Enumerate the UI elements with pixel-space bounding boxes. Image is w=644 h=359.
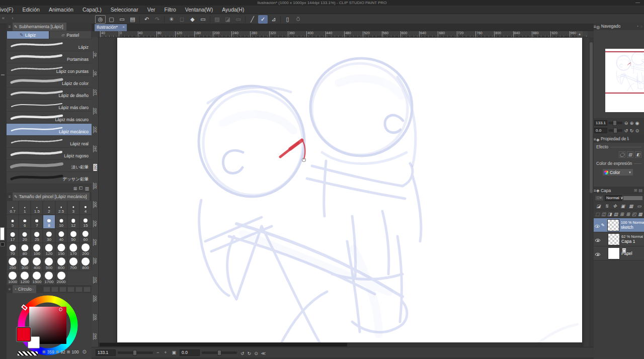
brush-item-lápiz-de-color[interactable]: Lápiz de color [7, 75, 92, 87]
transparent-color-swatch[interactable] [18, 351, 38, 355]
nav-zoom-thumb[interactable] [613, 120, 617, 126]
brush-size-100[interactable]: 100 [31, 243, 43, 257]
zoom-slider[interactable] [118, 351, 153, 354]
status-rotate-icon[interactable]: ≪ [260, 351, 267, 356]
brush-size-1.5[interactable]: 1.5 [31, 201, 43, 215]
rotation-value[interactable]: 0.0 [180, 349, 200, 356]
vscroll-thumb[interactable] [590, 42, 593, 193]
navigator-preview[interactable] [594, 30, 644, 118]
status-rotate-icon[interactable]: ↻ [246, 351, 253, 356]
color-tab-icon[interactable] [43, 287, 50, 292]
hscroll-thumb[interactable] [100, 343, 347, 346]
brush-size-70[interactable]: 70 [7, 243, 19, 257]
status-rotate-icon[interactable]: ↺ [239, 351, 246, 356]
color-tab-icon[interactable] [84, 287, 91, 292]
panel-menu-icon[interactable]: ≡ [7, 287, 13, 292]
layer-row-capa-1[interactable]: 62 % NormalCapa 1 [594, 232, 644, 246]
brush-size-1200[interactable]: 1200 [19, 271, 31, 285]
color-tab-icon[interactable] [67, 287, 74, 292]
layer-tool-icon[interactable]: ⊞ [619, 212, 625, 217]
brush-size-15[interactable]: 15 [79, 215, 92, 229]
menu-item-ventanaw[interactable]: Ventana(W) [181, 7, 217, 13]
brush-size-300[interactable]: 300 [19, 257, 31, 271]
status-rotate-icon[interactable]: ⊙ [253, 351, 260, 356]
brush-item-lápiz-con-puntas[interactable]: Lápiz con puntas [7, 63, 92, 75]
eye-cell[interactable] [594, 221, 601, 230]
zoom-out-button[interactable]: − [155, 350, 160, 355]
csp-logo-icon[interactable]: ◎ [95, 15, 106, 24]
undo-icon[interactable]: ↶ [142, 15, 151, 24]
duplicate-brush-icon[interactable]: ⧠ [79, 186, 83, 191]
menu-item-animacin[interactable]: Animación [44, 7, 78, 13]
menu-item-archivof[interactable]: Archivo(F) [0, 7, 18, 13]
rotate-right-icon[interactable]: ↻ [629, 128, 634, 133]
brush-size-7[interactable]: 7 [31, 215, 43, 229]
brush-size-17[interactable]: 17 [7, 229, 19, 243]
zoom-in-icon[interactable]: ⊕ [629, 121, 634, 126]
nav-rotation-thumb[interactable] [613, 128, 617, 133]
layer-tool-icon[interactable]: ✜ [611, 204, 618, 209]
layer-tool-icon[interactable]: ⊞ [625, 212, 631, 217]
brush-size-170[interactable]: 170 [67, 243, 79, 257]
zoom-slider-thumb[interactable] [133, 350, 137, 355]
brush-size-4[interactable]: 4 [79, 201, 92, 215]
brush-size-40[interactable]: 40 [55, 229, 67, 243]
brush-size-1700[interactable]: 1700 [43, 271, 55, 285]
panel-menu-icon[interactable]: ≡ [7, 25, 13, 29]
nav-zoom-value[interactable]: 133.1 [594, 120, 607, 126]
brush-size-250[interactable]: 250 [7, 257, 19, 271]
select-3-icon[interactable]: ▭ [233, 15, 243, 24]
layer-panel-tab-icon[interactable]: ⊞ [634, 188, 637, 193]
brush-size-800[interactable]: 800 [79, 257, 92, 271]
new-file-icon[interactable]: ▢ [107, 15, 116, 24]
delete-brush-icon[interactable]: ▥ [85, 186, 89, 191]
brush-size-500[interactable]: 500 [43, 257, 55, 271]
select-1-icon[interactable]: ▨ [212, 15, 222, 24]
layer-row-sketch[interactable]: ✎100 % Normalsketch [594, 218, 644, 232]
blend-mode-dropdown[interactable]: Normal ∨ [605, 195, 622, 201]
brush-size-6[interactable]: 6 [19, 215, 31, 229]
brush-item-lápiz-de-diseño[interactable]: Lápiz de diseño [7, 87, 92, 100]
color-mode-toggle-icon[interactable]: ⊙ [83, 349, 87, 354]
brush-size-10[interactable]: 10 [55, 215, 67, 229]
eye-cell[interactable] [594, 235, 601, 244]
brush-size-2[interactable]: 2 [43, 201, 55, 215]
minimize-button[interactable]: — [635, 0, 640, 5]
layer-tool-icon[interactable]: ◰ [631, 212, 637, 217]
brush-size-120[interactable]: 120 [43, 243, 55, 257]
rotate-left-icon[interactable]: ↺ [623, 128, 629, 133]
select-2-icon[interactable]: ◪ [223, 15, 232, 24]
layer-thumbnail[interactable] [607, 219, 619, 231]
navigator-tab-icon[interactable]: ◌ [640, 24, 642, 29]
brush-size-60[interactable]: 60 [79, 229, 92, 243]
brush-size-50[interactable]: 50 [67, 229, 79, 243]
material-icon[interactable]: ▯ [283, 15, 292, 24]
subtool-tab-lápiz[interactable]: ✎Lápiz [7, 31, 49, 39]
brush-item-lápiz-más-oscuro[interactable]: Lápiz más oscuro [7, 112, 92, 124]
layer-thumbnail[interactable] [608, 233, 620, 245]
expression-color-dropdown[interactable]: Color ▼ [602, 168, 633, 176]
layer-tool-icon[interactable]: ⬚ [595, 212, 600, 217]
color-tab-icon[interactable] [75, 287, 83, 292]
layer-tool-icon[interactable]: ◫ [601, 212, 606, 217]
navigator-tab-icon[interactable]: ◔ [636, 24, 638, 29]
menu-item-seleccionar[interactable]: Seleccionar [106, 7, 143, 13]
horizontal-scrollbar[interactable] [99, 342, 583, 347]
snap-ruler-icon[interactable]: ╱ [248, 15, 257, 24]
zoom-reset-icon[interactable]: ◉ [634, 121, 640, 126]
palette-color-dropdown[interactable]: ▢∨ [595, 195, 604, 201]
ruler-scroll-arrow[interactable]: ▲ [577, 31, 583, 37]
layer-row-papel[interactable]: ▢Papel [594, 246, 644, 260]
nav-rotation-slider[interactable] [608, 129, 622, 132]
document-tab[interactable]: × Ilustración* [95, 24, 127, 31]
brush-size-2000[interactable]: 2000 [55, 271, 67, 285]
brush-size-1[interactable]: 1 [19, 201, 31, 215]
fill-icon[interactable]: ◆ [188, 15, 197, 24]
layer-tool-icon[interactable]: ◪ [595, 204, 602, 209]
brush-item-デッサン鉛筆[interactable]: デッサン鉛筆 [7, 172, 92, 184]
brush-size-150[interactable]: 150 [55, 243, 67, 257]
help-icon[interactable]: ⍥ [293, 15, 303, 24]
menu-item-filtro[interactable]: Filtro [159, 7, 180, 13]
visibility-eye-icon[interactable] [595, 253, 600, 256]
panel-collapse-arrows[interactable]: « ‹ [2, 16, 17, 21]
